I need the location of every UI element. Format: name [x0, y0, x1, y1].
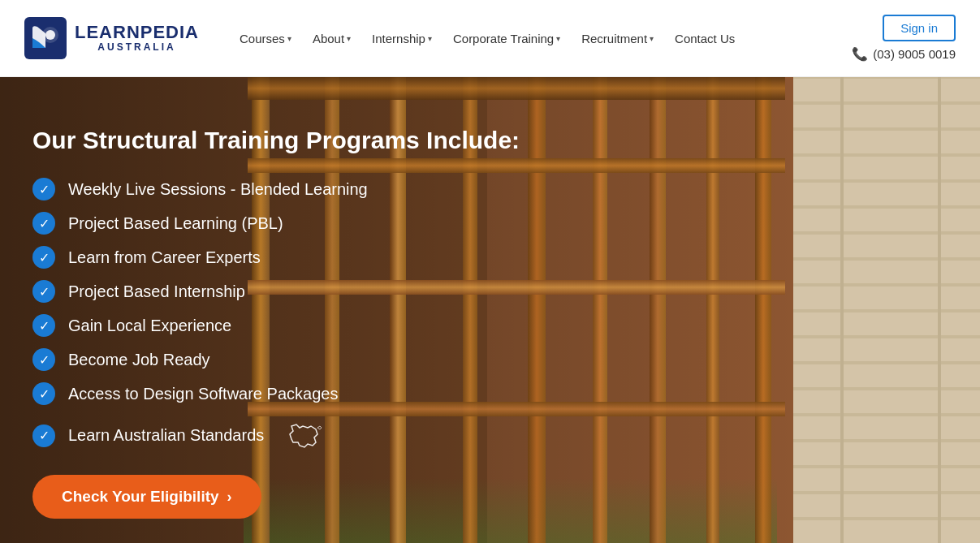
- check-icon: ✓: [32, 424, 55, 447]
- list-item: ✓ Access to Design Software Packages: [32, 382, 745, 405]
- nav-internship[interactable]: Internship ▾: [364, 27, 440, 50]
- header: LEARNPEDIA AUSTRALIA Courses ▾ About ▾ I…: [0, 0, 980, 77]
- hero-title: Our Structural Training Programs Include…: [32, 126, 745, 155]
- list-item: ✓ Project Based Internship: [32, 280, 745, 303]
- chevron-down-icon: ▾: [287, 34, 291, 43]
- check-icon: ✓: [32, 212, 55, 235]
- hero-section: Our Structural Training Programs Include…: [0, 77, 980, 543]
- check-icon: ✓: [32, 382, 55, 405]
- cta-arrow-icon: ›: [227, 489, 232, 506]
- list-item: ✓ Become Job Ready: [32, 348, 745, 371]
- signin-button[interactable]: Sign in: [883, 15, 956, 41]
- nav-courses[interactable]: Courses ▾: [231, 27, 300, 50]
- australia-map-icon: [285, 416, 327, 455]
- list-item: ✓ Learn from Career Experts: [32, 246, 745, 269]
- main-nav: Courses ▾ About ▾ Internship ▾ Corporate…: [231, 27, 852, 50]
- cta-area: Check Your Eligibility ›: [16, 475, 278, 519]
- list-item: ✓ Learn Australian Standards: [32, 416, 745, 455]
- program-label: Weekly Live Sessions - Blended Learning: [68, 180, 368, 199]
- list-item: ✓ Project Based Learning (PBL): [32, 212, 745, 235]
- nav-contact-us[interactable]: Contact Us: [667, 27, 743, 50]
- check-icon: ✓: [32, 246, 55, 269]
- program-label: Project Based Learning (PBL): [68, 214, 283, 233]
- program-label: Become Job Ready: [68, 351, 210, 369]
- list-item: ✓ Gain Local Experience: [32, 314, 745, 337]
- cta-label: Check Your Eligibility: [62, 488, 219, 506]
- chevron-down-icon: ▾: [650, 34, 654, 43]
- phone-icon: 📞: [852, 46, 868, 62]
- nav-recruitment[interactable]: Recruitment ▾: [573, 27, 662, 50]
- program-label: Learn Australian Standards: [68, 426, 264, 445]
- phone-number: (03) 9005 0019: [873, 47, 956, 61]
- chevron-down-icon: ▾: [428, 34, 432, 43]
- header-right: Sign in 📞 (03) 9005 0019: [852, 15, 956, 62]
- logo-subtitle: AUSTRALIA: [75, 41, 199, 53]
- chevron-down-icon: ▾: [347, 34, 351, 43]
- logo-title: LEARNPEDIA: [75, 24, 199, 41]
- logo-icon: [24, 17, 67, 59]
- program-list: ✓ Weekly Live Sessions - Blended Learnin…: [32, 178, 745, 455]
- logo[interactable]: LEARNPEDIA AUSTRALIA: [24, 17, 199, 59]
- chevron-down-icon: ▾: [556, 34, 560, 43]
- program-label: Project Based Internship: [68, 282, 245, 301]
- nav-about[interactable]: About ▾: [304, 27, 359, 50]
- logo-text: LEARNPEDIA AUSTRALIA: [75, 24, 199, 53]
- check-icon: ✓: [32, 280, 55, 303]
- phone-line: 📞 (03) 9005 0019: [852, 46, 956, 62]
- svg-point-2: [45, 30, 55, 40]
- program-label: Access to Design Software Packages: [68, 385, 338, 403]
- check-icon: ✓: [32, 348, 55, 371]
- check-icon: ✓: [32, 314, 55, 337]
- check-icon: ✓: [32, 178, 55, 200]
- program-label: Gain Local Experience: [68, 317, 231, 335]
- program-label: Learn from Career Experts: [68, 248, 261, 267]
- list-item: ✓ Weekly Live Sessions - Blended Learnin…: [32, 178, 745, 200]
- check-eligibility-button[interactable]: Check Your Eligibility ›: [32, 475, 261, 519]
- brick-wall: [793, 77, 980, 543]
- nav-corporate-training[interactable]: Corporate Training ▾: [445, 27, 568, 50]
